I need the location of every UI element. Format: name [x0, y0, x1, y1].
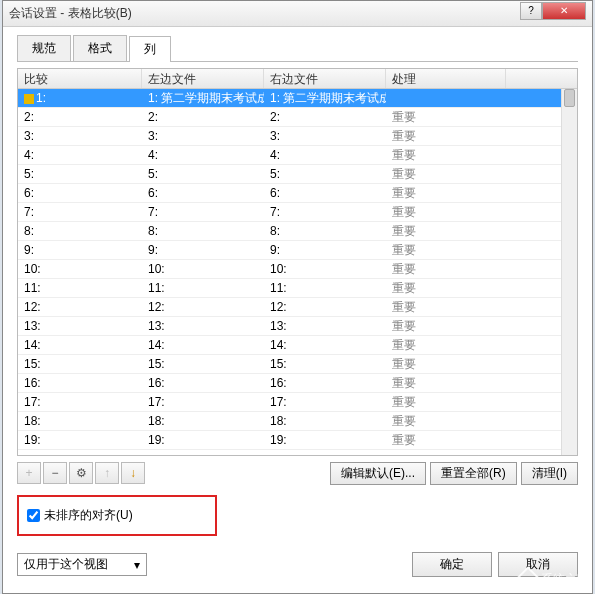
cell-right: 16:	[264, 375, 386, 391]
cell-left: 6:	[142, 185, 264, 201]
move-up-button[interactable]	[95, 462, 119, 484]
cell-left: 18:	[142, 413, 264, 429]
table-body[interactable]: 1:1: 第二学期期末考试成1: 第二学期期末考试成2:2:2:重要3:3:3:…	[18, 89, 577, 456]
unsorted-align-row[interactable]: 未排序的对齐(U)	[27, 507, 207, 524]
cell-handle: 重要	[386, 127, 506, 146]
cell-handle	[386, 97, 506, 99]
cell-right: 18:	[264, 413, 386, 429]
footer: 仅用于这个视图 ▾ 确定 取消	[17, 552, 578, 577]
cell-compare: 6:	[18, 185, 142, 201]
icon-buttons: + − ⚙	[17, 462, 145, 485]
cell-compare: 14:	[18, 337, 142, 353]
table-row[interactable]: 4:4:4:重要	[18, 146, 577, 165]
table-row[interactable]: 14:14:14:重要	[18, 336, 577, 355]
scroll-thumb[interactable]	[564, 89, 575, 107]
cell-left: 13:	[142, 318, 264, 334]
cell-left: 11:	[142, 280, 264, 296]
cell-handle: 重要	[386, 184, 506, 203]
tab-format[interactable]: 格式	[73, 35, 127, 61]
cell-handle: 重要	[386, 222, 506, 241]
add-button[interactable]: +	[17, 462, 41, 484]
cell-right: 2:	[264, 109, 386, 125]
cell-left: 17:	[142, 394, 264, 410]
col-left-file[interactable]: 左边文件	[142, 69, 264, 88]
cell-handle: 重要	[386, 374, 506, 393]
cell-left: 19:	[142, 432, 264, 448]
cell-left: 1: 第二学期期末考试成	[142, 89, 264, 108]
unsorted-align-checkbox[interactable]	[27, 509, 40, 522]
move-down-button[interactable]	[121, 462, 145, 484]
remove-button[interactable]: −	[43, 462, 67, 484]
cell-handle: 重要	[386, 336, 506, 355]
table-row[interactable]: 18:18:18:重要	[18, 412, 577, 431]
cell-handle: 重要	[386, 298, 506, 317]
table-header: 比较 左边文件 右边文件 处理	[18, 69, 577, 89]
dropdown-label: 仅用于这个视图	[24, 556, 108, 573]
cell-compare: 10:	[18, 261, 142, 277]
cell-compare: 9:	[18, 242, 142, 258]
table-row[interactable]: 11:11:11:重要	[18, 279, 577, 298]
settings-button[interactable]: ⚙	[69, 462, 93, 484]
table-row[interactable]: 10:10:10:重要	[18, 260, 577, 279]
table-row[interactable]: 13:13:13:重要	[18, 317, 577, 336]
cell-right: 12:	[264, 299, 386, 315]
cell-right: 10:	[264, 261, 386, 277]
cell-left: 7:	[142, 204, 264, 220]
close-button[interactable]: ✕	[542, 2, 586, 20]
titlebar-buttons: ? ✕	[520, 2, 586, 20]
cell-left: 14:	[142, 337, 264, 353]
table-row[interactable]: 15:15:15:重要	[18, 355, 577, 374]
cell-right: 3:	[264, 128, 386, 144]
col-right-file[interactable]: 右边文件	[264, 69, 386, 88]
help-button[interactable]: ?	[520, 2, 542, 20]
scrollbar[interactable]	[561, 89, 577, 455]
cell-handle: 重要	[386, 203, 506, 222]
tab-columns[interactable]: 列	[129, 36, 171, 62]
ok-button[interactable]: 确定	[412, 552, 492, 577]
table-row[interactable]: 19:19:19:重要	[18, 431, 577, 450]
cell-handle: 重要	[386, 165, 506, 184]
cell-left: 5:	[142, 166, 264, 182]
cell-handle: 重要	[386, 393, 506, 412]
cell-left: 12:	[142, 299, 264, 315]
footer-buttons: 确定 取消	[412, 552, 578, 577]
cell-compare: 15:	[18, 356, 142, 372]
table-row[interactable]: 5:5:5:重要	[18, 165, 577, 184]
cell-handle: 重要	[386, 317, 506, 336]
cell-compare: 17:	[18, 394, 142, 410]
reset-all-button[interactable]: 重置全部(R)	[430, 462, 517, 485]
table-row[interactable]: 8:8:8:重要	[18, 222, 577, 241]
table-row[interactable]: 2:2:2:重要	[18, 108, 577, 127]
tab-spec[interactable]: 规范	[17, 35, 71, 61]
cancel-button[interactable]: 取消	[498, 552, 578, 577]
cell-right: 13:	[264, 318, 386, 334]
apply-scope-dropdown[interactable]: 仅用于这个视图 ▾	[17, 553, 147, 576]
unsorted-align-label: 未排序的对齐(U)	[44, 507, 133, 524]
table-row[interactable]: 3:3:3:重要	[18, 127, 577, 146]
cell-right: 8:	[264, 223, 386, 239]
table-row[interactable]: 7:7:7:重要	[18, 203, 577, 222]
cell-compare: 3:	[18, 128, 142, 144]
tab-bar: 规范 格式 列	[17, 35, 578, 62]
cell-left: 9:	[142, 242, 264, 258]
col-compare[interactable]: 比较	[18, 69, 142, 88]
cell-handle: 重要	[386, 241, 506, 260]
cell-compare: 4:	[18, 147, 142, 163]
col-handle[interactable]: 处理	[386, 69, 506, 88]
cell-left: 8:	[142, 223, 264, 239]
cell-right: 4:	[264, 147, 386, 163]
table-row[interactable]: 16:16:16:重要	[18, 374, 577, 393]
cell-left: 4:	[142, 147, 264, 163]
right-buttons: 编辑默认(E)... 重置全部(R) 清理(I)	[330, 462, 578, 485]
cell-left: 2:	[142, 109, 264, 125]
clear-button[interactable]: 清理(I)	[521, 462, 578, 485]
key-icon	[24, 94, 34, 104]
edit-default-button[interactable]: 编辑默认(E)...	[330, 462, 426, 485]
table-row[interactable]: 9:9:9:重要	[18, 241, 577, 260]
cell-compare: 1:	[18, 90, 142, 106]
table-row[interactable]: 12:12:12:重要	[18, 298, 577, 317]
table-row[interactable]: 6:6:6:重要	[18, 184, 577, 203]
table-row[interactable]: 17:17:17:重要	[18, 393, 577, 412]
table-row[interactable]: 1:1: 第二学期期末考试成1: 第二学期期末考试成	[18, 89, 577, 108]
cell-handle: 重要	[386, 279, 506, 298]
